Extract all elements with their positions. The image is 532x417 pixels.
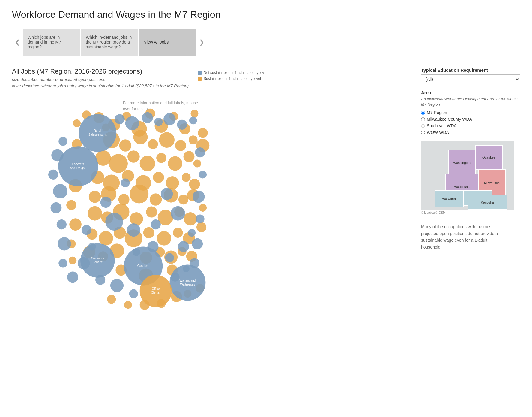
svg-point-108 <box>105 213 123 231</box>
svg-point-112 <box>121 178 130 187</box>
area-radio-group: M7 RegionMilwaukee County WDASoutheast W… <box>421 110 520 135</box>
svg-point-36 <box>130 185 148 204</box>
region-map: Washington Ozaukee Milwaukee Waukesha Wa… <box>421 141 514 210</box>
svg-point-19 <box>127 150 140 163</box>
svg-point-13 <box>159 132 175 148</box>
svg-point-106 <box>196 214 205 223</box>
svg-text:Milwaukee: Milwaukee <box>484 181 500 185</box>
svg-point-39 <box>178 195 188 204</box>
svg-point-123 <box>165 253 174 262</box>
svg-point-89 <box>142 112 153 123</box>
tab-view-all-jobs[interactable]: View All Jobs <box>139 29 196 56</box>
svg-point-33 <box>89 191 101 203</box>
svg-text:Waukesha: Waukesha <box>454 185 470 189</box>
nav-prev-arrow[interactable]: ❮ <box>12 29 23 56</box>
svg-point-121 <box>110 279 124 292</box>
svg-point-122 <box>129 289 138 298</box>
svg-text:Salespersons: Salespersons <box>88 133 107 136</box>
svg-point-44 <box>130 212 143 225</box>
bottom-note: Many of the occupations with the most pr… <box>421 223 505 250</box>
svg-text:and Freight,: and Freight, <box>70 166 86 170</box>
svg-point-94 <box>58 137 67 146</box>
svg-point-24 <box>193 160 201 168</box>
svg-point-124 <box>178 241 189 252</box>
svg-point-32 <box>189 179 200 190</box>
area-filter-section: Area An individual Workforce Development… <box>421 90 520 135</box>
svg-point-110 <box>151 219 161 229</box>
svg-point-97 <box>53 184 67 198</box>
svg-point-18 <box>109 154 128 173</box>
svg-point-50 <box>99 231 113 246</box>
chart-title: All Jobs (M7 Region, 2016-2026 projectio… <box>12 68 189 75</box>
nav-tabs: Which jobs are in demand in the M7 regio… <box>23 29 196 56</box>
left-section: All Jobs (M7 Region, 2016-2026 projectio… <box>12 68 412 314</box>
svg-point-88 <box>125 116 139 130</box>
svg-text:Laborers: Laborers <box>72 162 84 166</box>
svg-point-21 <box>156 153 166 163</box>
svg-point-20 <box>140 156 155 171</box>
area-radio-item-2[interactable]: Southeast WDA <box>421 123 520 128</box>
svg-point-48 <box>184 212 197 225</box>
svg-point-109 <box>127 223 140 237</box>
tab-in-demand[interactable]: Which jobs are in demand in the M7 regio… <box>23 29 80 56</box>
svg-text:Waiters and: Waiters and <box>180 279 196 282</box>
svg-point-14 <box>175 140 186 151</box>
nav-tabs-container: ❮ Which jobs are in demand in the M7 reg… <box>12 29 520 56</box>
svg-point-91 <box>163 113 176 125</box>
area-radio-item-0[interactable]: M7 Region <box>421 110 520 115</box>
svg-text:Office: Office <box>152 287 160 290</box>
svg-point-70 <box>107 295 116 304</box>
area-radio-item-3[interactable]: WOW WDA <box>421 130 520 135</box>
svg-point-90 <box>154 118 163 126</box>
svg-point-96 <box>48 170 58 180</box>
svg-point-35 <box>118 194 130 205</box>
svg-point-92 <box>177 120 187 130</box>
svg-text:Clerks,: Clerks, <box>151 291 160 294</box>
svg-point-8 <box>198 128 208 138</box>
svg-point-114 <box>171 206 185 221</box>
svg-point-10 <box>119 139 131 152</box>
svg-point-12 <box>148 139 158 149</box>
svg-point-55 <box>173 228 183 238</box>
area-filter-label: Area <box>421 90 520 95</box>
svg-text:Customer: Customer <box>91 257 104 260</box>
svg-point-98 <box>50 202 61 213</box>
tab-sustainable-wage[interactable]: Which in-demand jobs in the M7 region pr… <box>81 29 138 56</box>
tooltip-hint: For more information and full labels, mo… <box>123 100 198 112</box>
svg-point-77 <box>69 257 76 264</box>
svg-point-107 <box>192 238 203 249</box>
area-radio-item-1[interactable]: Milwaukee County WDA <box>421 117 520 122</box>
svg-point-22 <box>168 156 182 171</box>
map-caption: © Mapbox © OSM <box>421 211 520 214</box>
svg-point-45 <box>146 207 157 218</box>
svg-point-23 <box>184 151 195 162</box>
svg-point-31 <box>182 173 191 182</box>
chart-subtitle1: size describes number of projected open … <box>12 77 189 83</box>
svg-point-87 <box>115 114 125 124</box>
svg-point-75 <box>199 204 207 212</box>
svg-point-79 <box>69 218 82 231</box>
svg-text:Service: Service <box>92 261 103 264</box>
chart-header: All Jobs (M7 Region, 2016-2026 projectio… <box>12 68 189 89</box>
map-container-wrapper: Washington Ozaukee Milwaukee Waukesha Wa… <box>421 141 520 214</box>
svg-text:Washington: Washington <box>453 161 471 165</box>
page-title: Workforce Demand and Wages in the M7 Reg… <box>12 9 520 20</box>
education-filter-select[interactable]: (All)High school diploma or equivalentSo… <box>421 74 520 84</box>
nav-next-arrow[interactable]: ❯ <box>196 29 207 56</box>
svg-point-37 <box>150 193 162 206</box>
bubble-chart[interactable]: RetailSalespersonsLaborersand Freight,Cu… <box>12 97 222 313</box>
svg-point-125 <box>188 229 196 237</box>
svg-point-113 <box>161 188 173 200</box>
svg-point-41 <box>88 206 102 221</box>
svg-point-30 <box>166 176 179 189</box>
legend-orange: Sustainable for 1 adult at entry level <box>198 77 264 81</box>
svg-text:Retail: Retail <box>94 129 101 132</box>
svg-text:Cashiers: Cashiers <box>137 264 149 267</box>
chart-subtitle2: color describes whether job's entry wage… <box>12 83 189 89</box>
svg-point-53 <box>143 227 154 238</box>
svg-point-111 <box>100 197 112 208</box>
svg-point-104 <box>199 171 207 179</box>
svg-point-93 <box>189 117 197 125</box>
right-panel: Typical Education Requirement (All)High … <box>421 68 520 314</box>
legend-blue-dot <box>198 71 202 75</box>
